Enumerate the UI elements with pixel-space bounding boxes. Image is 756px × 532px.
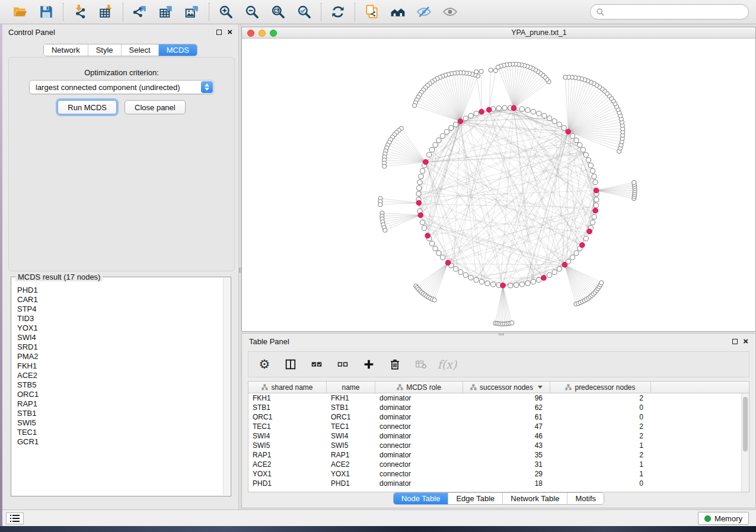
mcds-result-node[interactable]: TID3: [17, 314, 223, 323]
table-row[interactable]: ACE2ACE2connector311: [248, 460, 749, 469]
table-row[interactable]: PHD1PHD1dominator180: [248, 479, 749, 488]
table-row[interactable]: FKH1FKH1dominator962: [248, 393, 749, 403]
mcds-result-node[interactable]: ACE2: [17, 371, 223, 380]
network-graph[interactable]: [242, 39, 755, 331]
zoom-in-icon[interactable]: [217, 3, 235, 21]
mcds-result-node[interactable]: STB5: [17, 380, 223, 390]
mcds-result-node[interactable]: RAP1: [17, 399, 223, 409]
tab-mcds[interactable]: MCDS: [159, 44, 197, 56]
export-image-icon[interactable]: [183, 3, 201, 21]
mcds-result-node[interactable]: STB1: [17, 409, 223, 418]
optimization-criterion-value: largest connected component (undirected): [36, 83, 180, 92]
zoom-selected-icon[interactable]: [295, 3, 313, 21]
mcds-result-node[interactable]: STP4: [17, 305, 223, 314]
window-close-icon[interactable]: [247, 30, 254, 37]
table-tab-node-table[interactable]: Node Table: [394, 493, 449, 504]
cell-successor-nodes: 62: [463, 403, 550, 412]
column-header-MCDS-role[interactable]: MCDS role: [375, 382, 463, 393]
table-row[interactable]: SWI5SWI5connector431: [248, 441, 749, 450]
memory-button[interactable]: Memory: [698, 512, 749, 525]
deselect-all-rows-icon[interactable]: [335, 357, 350, 372]
table-row[interactable]: RAP1RAP1dominator352: [248, 450, 749, 460]
mcds-result-node[interactable]: GCR1: [17, 437, 223, 447]
result-scrollbar[interactable]: [223, 278, 230, 495]
column-header-shared-name[interactable]: shared name: [248, 382, 327, 393]
cell-successor-nodes: 46: [463, 431, 550, 441]
table-tab-network-table[interactable]: Network Table: [503, 493, 567, 504]
table-row[interactable]: SWI4SWI4dominator462: [248, 431, 749, 441]
column-settings-icon[interactable]: [283, 357, 298, 372]
table-row[interactable]: ORC1ORC1dominator610: [248, 412, 749, 422]
tab-select[interactable]: Select: [122, 44, 159, 56]
cell-MCDS-role: dominator: [375, 393, 463, 403]
cell-successor-nodes: 31: [463, 460, 550, 469]
search-input[interactable]: [608, 8, 743, 17]
table-tab-edge-table[interactable]: Edge Table: [448, 493, 503, 504]
export-table-icon[interactable]: [157, 3, 175, 21]
search-icon: [596, 8, 605, 17]
float-panel-icon[interactable]: [216, 30, 222, 35]
mcds-result-node[interactable]: ORC1: [17, 390, 223, 399]
table-row[interactable]: STB1STB1dominator620: [248, 403, 749, 412]
select-all-rows-icon[interactable]: [309, 357, 324, 372]
table-tabs: Node TableEdge TableNetwork TableMotifs: [242, 492, 755, 505]
column-header-successor-nodes[interactable]: successor nodes: [463, 382, 550, 393]
clone-network-icon[interactable]: [363, 3, 381, 21]
tab-style[interactable]: Style: [88, 44, 122, 56]
sort-desc-icon: [538, 386, 543, 389]
import-network-icon[interactable]: [71, 3, 89, 21]
network-canvas[interactable]: [242, 39, 755, 331]
mcds-result-node[interactable]: YOX1: [17, 323, 223, 333]
show-all-icon[interactable]: [441, 3, 459, 21]
refresh-view-icon[interactable]: [329, 3, 347, 21]
mcds-result-node[interactable]: FKH1: [17, 361, 223, 371]
mcds-result-node[interactable]: PHD1: [17, 286, 223, 295]
zoom-out-icon[interactable]: [243, 3, 261, 21]
add-column-icon[interactable]: [361, 357, 377, 372]
column-header-name[interactable]: name: [327, 382, 375, 393]
open-session-icon[interactable]: [11, 3, 29, 21]
mcds-result-list[interactable]: PHD1CAR1STP4TID3YOX1SWI4SRD1PMA2FKH1ACE2…: [12, 281, 223, 495]
mcds-result-node[interactable]: SWI4: [17, 333, 223, 342]
mcds-result-node[interactable]: SWI5: [17, 418, 223, 428]
cell-shared-name: SWI5: [248, 441, 327, 450]
first-neighbors-icon[interactable]: [389, 3, 407, 21]
cell-predecessor-nodes: 2: [550, 431, 651, 441]
run-mcds-button[interactable]: Run MCDS: [58, 100, 117, 114]
mcds-result-node[interactable]: CAR1: [17, 295, 223, 305]
search-box[interactable]: [590, 4, 749, 20]
table-tab-motifs[interactable]: Motifs: [567, 493, 604, 504]
export-network-icon[interactable]: [131, 3, 149, 21]
delete-columns-icon[interactable]: [387, 357, 403, 372]
table-row[interactable]: YOX1YOX1connector291: [248, 469, 749, 479]
close-panel-icon[interactable]: ×: [227, 29, 232, 35]
task-list-button[interactable]: [6, 512, 24, 524]
network-window-titlebar[interactable]: YPA_prune.txt_1: [242, 27, 755, 39]
cell-predecessor-nodes: 2: [550, 393, 651, 403]
cell-predecessor-nodes: 1: [550, 469, 651, 479]
cell-name: TEC1: [327, 422, 375, 431]
table-scrollbar-thumb[interactable]: [743, 397, 748, 451]
save-session-icon[interactable]: [37, 3, 55, 21]
mcds-result-node[interactable]: PMA2: [17, 352, 223, 361]
optimization-criterion-dropdown[interactable]: largest connected component (undirected): [29, 80, 214, 94]
cell-MCDS-role: dominator: [375, 479, 463, 488]
table-scrollbar[interactable]: [741, 393, 749, 492]
mcds-result-node[interactable]: TEC1: [17, 428, 223, 437]
mcds-result-node[interactable]: SRD1: [17, 342, 223, 352]
control-panel-titlebar: Control Panel ×: [2, 24, 238, 40]
zoom-fit-icon[interactable]: [269, 3, 287, 21]
settings-gear-icon[interactable]: ⚙: [257, 357, 272, 372]
close-table-panel-icon[interactable]: ×: [743, 338, 748, 344]
table-row[interactable]: TEC1TEC1connector472: [248, 422, 749, 431]
column-header-predecessor-nodes[interactable]: predecessor nodes: [550, 382, 651, 393]
cell-successor-nodes: 96: [463, 393, 550, 403]
window-maximize-icon[interactable]: [270, 30, 277, 37]
hide-selected-icon[interactable]: [415, 3, 433, 21]
cell-successor-nodes: 43: [463, 441, 550, 450]
close-panel-button[interactable]: Close panel: [125, 100, 186, 114]
float-table-panel-icon[interactable]: [732, 339, 738, 344]
tab-network[interactable]: Network: [44, 44, 88, 56]
window-minimize-icon[interactable]: [259, 30, 266, 37]
import-table-icon[interactable]: [97, 3, 115, 21]
